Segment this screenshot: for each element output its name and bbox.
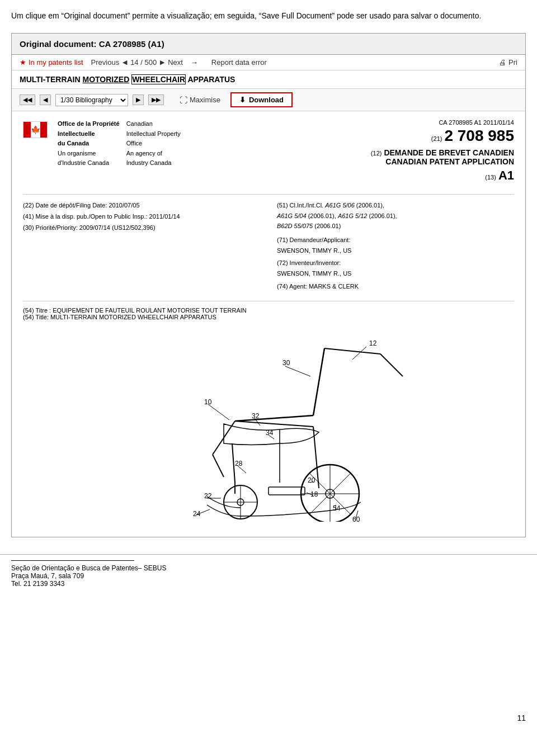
intro-text: Um clique em “Original document” permite… [0,0,537,27]
svg-text:54: 54 [333,504,341,512]
title-section: (54) Titre : EQUIPEMENT DE FAUTEUIL ROUL… [23,301,514,320]
svg-text:12: 12 [369,339,377,347]
nav-bar: ★ In my patents list Previous ◀ 14 / 500… [12,55,525,70]
page-select[interactable]: 1/30 Bibliography [55,94,128,106]
nav-separator: → [191,58,198,67]
last-page-button[interactable]: ▶▶ [148,94,164,105]
canada-flag: 🍁 [23,121,48,138]
doc-header-left: 🍁 Office de la Propriété Intellectuelle … [23,119,360,183]
footer-line2: Praça Mauá, 7, sala 709 [11,572,526,580]
patent-header: Original document: CA 2708985 (A1) [12,34,525,55]
page-count: 14 / 500 [130,58,157,67]
next-tri-icon: ▶ [160,59,164,66]
details-left: (22) Date de dépôt/Filing Date: 2010/07/… [23,200,260,292]
print-link[interactable]: 🖨 Pri [499,58,517,67]
flag-red-right [40,122,48,138]
download-button[interactable]: ⬇ Download [230,92,293,107]
maximise-button[interactable]: ⛶ Maximise [180,96,220,105]
details-section: (22) Date de dépôt/Filing Date: 2010/07/… [23,194,514,292]
title-motorized: MOTORIZED [83,75,130,84]
svg-text:30: 30 [282,359,290,367]
prev-tri-icon: ◀ [123,59,127,66]
svg-text:18: 18 [310,490,318,498]
title-suffix: APPARATUS [186,75,235,84]
footer-line3: Tel. 21 2139 3343 [11,580,526,588]
page-controls: ◀◀ ◀ 1/30 Bibliography ▶ ▶▶ ⛶ Maximise ⬇… [12,89,525,111]
prev-page-button[interactable]: ◀ [40,94,51,105]
svg-text:28: 28 [235,460,243,467]
footer-section: Seção de Orientação e Busca de Patentes–… [0,554,537,593]
patent-header-title: Original document: CA 2708985 (A1) [20,39,517,49]
footer-line1: Seção de Orientação e Busca de Patentes–… [11,564,526,572]
flag-red-left [23,122,31,138]
details-right: (51) Cl.Int./Int.Cl. A61G 5/06 (2006.01)… [277,200,514,292]
doc-header-row: 🍁 Office de la Propriété Intellectuelle … [23,119,514,183]
footer-separator [11,560,134,561]
first-page-button[interactable]: ◀◀ [20,94,35,105]
title-wheelchair: WHEELCHAIR [131,74,186,84]
office-info: Office de la Propriété Intellectuelle du… [58,119,120,183]
prev-next-nav: Previous ◀ 14 / 500 ▶ Next [91,58,183,67]
canada-logo: 🍁 [23,119,51,183]
agency-info: Canadian Intellectual Property Office An… [126,119,181,183]
title-prefix: MULTI-TERRAIN [20,75,83,84]
report-data-link[interactable]: Report data error [211,58,267,67]
next-page-button[interactable]: ▶ [133,94,144,105]
svg-text:24: 24 [193,510,201,518]
doc-content: 🍁 Office de la Propriété Intellectuelle … [12,111,525,537]
download-icon: ⬇ [239,96,246,104]
previous-link[interactable]: Previous [91,58,120,67]
star-icon: ★ [20,58,26,67]
patent-diagram: 12 30 10 32 34 28 20 18 22 54 24 60 [112,332,425,522]
doc-title-bar: MULTI-TERRAIN MOTORIZED WHEELCHAIR APPAR… [12,70,525,89]
patent-box: Original document: CA 2708985 (A1) ★ In … [11,33,526,537]
svg-text:10: 10 [204,398,212,406]
doc-header-right: CA 2708985 A1 2011/01/14 (21) 2 708 985 … [371,119,514,183]
flag-maple-icon: 🍁 [31,122,40,138]
wheelchair-drawing: 12 30 10 32 34 28 20 18 22 54 24 60 [23,326,514,529]
my-patents-link[interactable]: ★ In my patents list [20,58,83,67]
next-link[interactable]: Next [168,58,183,67]
page-number: 11 [517,714,526,722]
maximise-icon: ⛶ [180,96,187,105]
print-icon: 🖨 [499,58,506,67]
